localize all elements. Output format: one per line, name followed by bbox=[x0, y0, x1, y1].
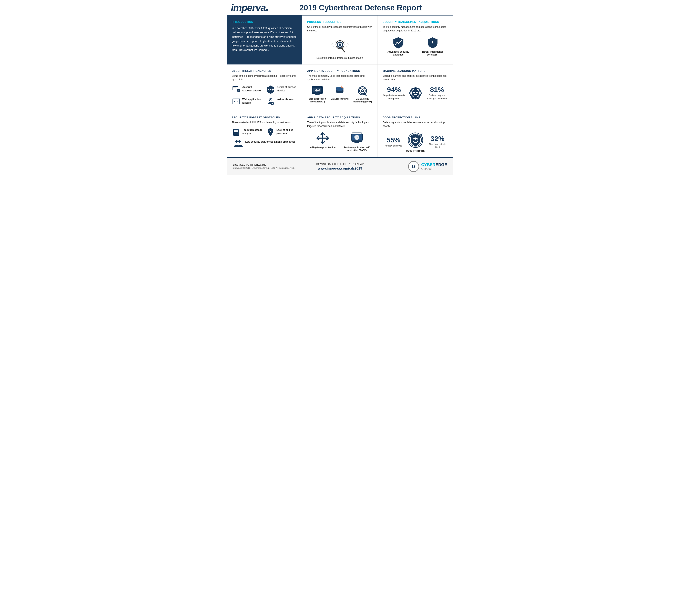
security-obstacles-body: These obstacles inhibit IT from defendin… bbox=[232, 120, 297, 124]
cyberedge-sub: GROUP bbox=[421, 167, 434, 170]
header: imperva 2019 Cyberthreat Defense Report bbox=[227, 0, 453, 16]
app-data-foundations-section: APP & DATA SECURITY FOUNDATIONS The most… bbox=[302, 64, 378, 111]
obstacle-item-3: Low security awareness among employees bbox=[232, 139, 297, 148]
cyberthreat-label-1: Account takeover attacks bbox=[242, 85, 263, 92]
app-data-acq-title: APP & DATA SECURITY ACQUISITIONS bbox=[307, 116, 373, 119]
machine-learning-body: Machine learning and artificial intellig… bbox=[382, 74, 448, 81]
ml-stat-1-label: Organizations already using them bbox=[382, 94, 405, 100]
process-title: PROCESS INSECURITIES bbox=[307, 20, 373, 24]
cyberthreat-item-2: Denial of service attacks bbox=[266, 85, 298, 94]
svg-rect-14 bbox=[233, 88, 235, 88]
imperva-logo: imperva bbox=[231, 3, 268, 12]
rasp-label: Runtime application self-protection (RAS… bbox=[341, 146, 373, 152]
cyberthreat-section: CYBERTHREAT HEADACHES Some of the leadin… bbox=[227, 64, 302, 111]
svg-point-6 bbox=[395, 44, 396, 45]
cyberthreat-item-1: ! Account takeover attacks bbox=[232, 85, 263, 94]
svg-rect-59 bbox=[417, 98, 419, 100]
intro-body: In November 2018, over 1,200 qualified I… bbox=[232, 26, 297, 52]
logo-dot bbox=[266, 9, 268, 11]
obstacle-label-3: Low security awareness among employees bbox=[245, 139, 295, 144]
security-mgmt-section: SECURITY MANAGEMENT ACQUISITIONS The top… bbox=[378, 16, 453, 64]
process-insecurities-section: PROCESS INSECURITIES One of the IT secur… bbox=[302, 16, 378, 64]
svg-point-52 bbox=[419, 88, 420, 90]
ddos-stat-1-number: 55% bbox=[382, 137, 404, 143]
cyberthreat-icons: ! Account takeover attacks Denial of ser… bbox=[232, 85, 297, 106]
db-firewall-label: Database firewall bbox=[331, 97, 349, 100]
waf-item: Web application firewall (WAF) bbox=[307, 85, 328, 103]
svg-point-53 bbox=[411, 96, 413, 98]
ml-stat-2-number: 81% bbox=[426, 86, 448, 93]
data-overload-icon bbox=[232, 128, 241, 137]
machine-learning-title: MACHINE LEARNING MATTERS bbox=[382, 69, 448, 73]
api-gateway-label: API gateway/ protection bbox=[310, 146, 336, 149]
svg-rect-66 bbox=[270, 135, 271, 136]
security-obstacles-title: SECURITY'S BIGGEST OBSTACLES bbox=[232, 116, 297, 119]
process-body: One of the IT security processes organiz… bbox=[307, 25, 373, 32]
security-mgmt-icons: Advanced security analytics ! Threat int… bbox=[382, 36, 448, 56]
svg-rect-79 bbox=[355, 142, 359, 143]
svg-rect-34 bbox=[315, 94, 320, 95]
security-mgmt-item-2: ! Threat intelligence service(s) bbox=[417, 36, 448, 56]
ml-stat-1: 94% Organizations already using them bbox=[382, 86, 405, 100]
svg-point-28 bbox=[271, 103, 272, 104]
shield-threat-icon: ! bbox=[426, 36, 439, 49]
eye-icon bbox=[330, 36, 350, 55]
svg-point-37 bbox=[336, 91, 343, 93]
svg-point-7 bbox=[397, 42, 398, 43]
obstacle-label-1: Too much data to analyze bbox=[242, 128, 263, 135]
ddos-section: DDOS PROTECTION PLANS Defending against … bbox=[378, 111, 453, 157]
svg-point-39 bbox=[336, 88, 343, 91]
svg-point-44 bbox=[362, 90, 363, 91]
intro-title: INTRODUCTION bbox=[232, 20, 297, 24]
rasp-item: ✓ Runtime application self-protection (R… bbox=[341, 132, 373, 152]
shield-analytics-icon bbox=[392, 36, 404, 49]
svg-text:!: ! bbox=[238, 90, 239, 92]
dam-label: Data activity monitoring (DAM) bbox=[352, 97, 373, 103]
obstacle-item-1: Too much data to analyze bbox=[232, 128, 263, 137]
svg-rect-56 bbox=[416, 92, 418, 93]
svg-text:!: ! bbox=[432, 40, 433, 45]
obstacle-item-2: Lack of skilled personnel bbox=[266, 128, 298, 137]
ml-center-icon bbox=[407, 85, 424, 101]
svg-point-51 bbox=[419, 96, 420, 98]
ml-stat-2: 81% Believe they are making a difference bbox=[426, 86, 448, 100]
web-app-icon: < > bbox=[232, 97, 241, 106]
footer: LICENSED TO IMPERVA, INC. Copyright © 20… bbox=[227, 157, 453, 175]
robot-icon bbox=[408, 85, 423, 101]
logo-area: imperva bbox=[231, 3, 268, 12]
app-data-acq-icons: API gateway/ protection ✓ Runtime applic… bbox=[307, 132, 373, 152]
dam-item: Data activity monitoring (DAM) bbox=[352, 85, 373, 103]
cyberedge-name: CYBERCYBEREDGEEDGE bbox=[421, 162, 447, 167]
database-firewall-icon bbox=[334, 85, 346, 96]
account-takeover-icon: ! bbox=[232, 85, 241, 94]
obstacle-label-2: Lack of skilled personnel bbox=[277, 128, 298, 135]
ml-stat-2-label: Believe they are making a difference bbox=[426, 94, 448, 100]
svg-rect-13 bbox=[233, 87, 236, 87]
svg-rect-78 bbox=[356, 141, 358, 142]
skills-gap-icon bbox=[266, 128, 275, 137]
machine-learning-section: MACHINE LEARNING MATTERS Machine learnin… bbox=[378, 64, 453, 111]
api-gateway-item: API gateway/ protection bbox=[307, 132, 339, 152]
waf-label: Web application firewall (WAF) bbox=[307, 97, 328, 103]
ddos-stat-2-number: 32% bbox=[427, 135, 448, 142]
ddos-icon-label: DDoS Prevention bbox=[406, 149, 425, 152]
security-mgmt-label-1: Advanced security analytics bbox=[382, 50, 414, 56]
app-data-foundations-icons: Web application firewall (WAF) Database … bbox=[307, 85, 373, 103]
app-data-foundations-title: APP & DATA SECURITY FOUNDATIONS bbox=[307, 69, 373, 73]
app-data-acq-body: Two of the top application and data secu… bbox=[307, 120, 373, 128]
insider-threats-icon bbox=[266, 97, 275, 106]
main-grid: INTRODUCTION In November 2018, over 1,20… bbox=[227, 16, 453, 157]
svg-point-70 bbox=[235, 140, 238, 143]
svg-point-8 bbox=[398, 43, 399, 44]
footer-download: DOWNLOAD THE FULL REPORT AT: www.imperva… bbox=[304, 162, 376, 171]
footer-license-title: LICENSED TO IMPERVA, INC. bbox=[233, 163, 304, 166]
footer-license-body: Copyright © 2019, Cyberedge Group, LLC. … bbox=[233, 166, 304, 170]
security-mgmt-title: SECURITY MANAGEMENT ACQUISITIONS bbox=[382, 20, 448, 24]
security-obstacles-section: SECURITY'S BIGGEST OBSTACLES These obsta… bbox=[227, 111, 302, 157]
intro-section: INTRODUCTION In November 2018, over 1,20… bbox=[227, 16, 302, 64]
waf-icon bbox=[311, 85, 323, 96]
svg-point-71 bbox=[238, 140, 241, 143]
security-mgmt-body: The top security management and operatio… bbox=[382, 25, 448, 32]
footer-brand: G CYBERCYBEREDGEEDGE GROUP bbox=[376, 161, 447, 172]
security-mgmt-item-1: Advanced security analytics bbox=[382, 36, 414, 56]
